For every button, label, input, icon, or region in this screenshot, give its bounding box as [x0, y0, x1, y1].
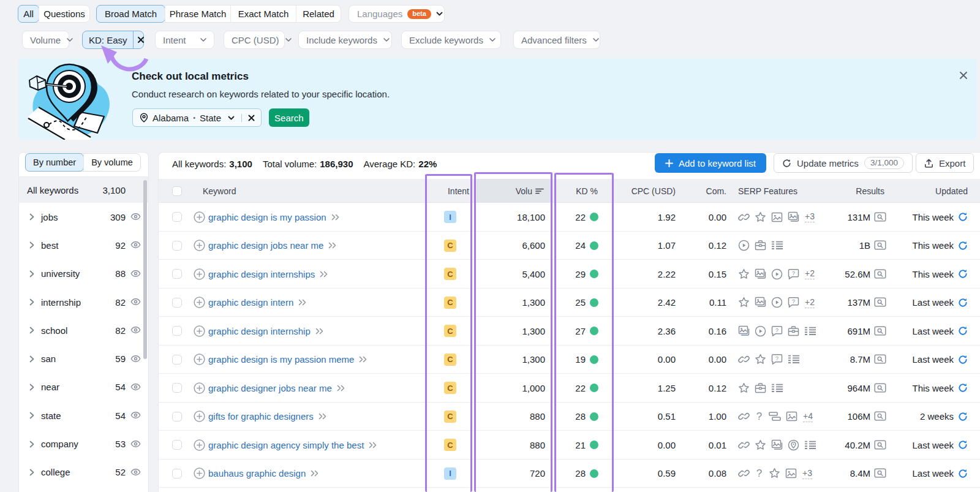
keyword-group-item[interactable]: san 59	[19, 344, 148, 373]
serp-features-more[interactable]: +2	[805, 268, 815, 279]
chevron-right-icon[interactable]	[29, 412, 34, 419]
keyword-link[interactable]: graphic designer jobs near me	[208, 383, 332, 393]
filter-include-keywords[interactable]: Include keywords	[298, 31, 392, 49]
tab-exact-match[interactable]: Exact Match	[230, 6, 296, 22]
keyword-group-item[interactable]: state 54	[19, 401, 148, 430]
open-keyword-chevrons-icon[interactable]	[359, 356, 368, 363]
view-serp-icon[interactable]	[874, 468, 886, 479]
view-serp-icon[interactable]	[874, 383, 886, 393]
keyword-link[interactable]: bauhaus graphic design	[208, 468, 306, 479]
keyword-group-item[interactable]: jobs 309	[19, 203, 148, 231]
filter-kd-remove-button[interactable]	[133, 31, 148, 48]
keyword-group-item[interactable]: university 88	[19, 260, 148, 288]
keyword-group-item[interactable]: near 54	[19, 373, 148, 401]
add-keyword-plus-icon[interactable]	[194, 411, 205, 422]
keyword-link[interactable]: graphic design is my passion	[208, 212, 326, 222]
add-keyword-plus-icon[interactable]	[194, 297, 205, 308]
keyword-group-item[interactable]: school 82	[19, 316, 148, 344]
filter-kd-easy[interactable]: KD: Easy	[82, 31, 144, 49]
view-serp-icon[interactable]	[874, 326, 886, 336]
refresh-metrics-icon[interactable]	[958, 412, 968, 422]
serp-features-more[interactable]: +4	[803, 411, 813, 422]
sort-by-volume-tab[interactable]: By volume	[83, 154, 140, 171]
view-serp-icon[interactable]	[874, 411, 886, 422]
column-volume[interactable]: Volu	[516, 179, 544, 203]
open-keyword-chevrons-icon[interactable]	[369, 442, 377, 448]
add-keyword-plus-icon[interactable]	[194, 211, 205, 223]
open-keyword-chevrons-icon[interactable]	[337, 385, 345, 392]
eye-icon[interactable]	[130, 297, 141, 306]
refresh-metrics-icon[interactable]	[958, 212, 968, 222]
open-keyword-chevrons-icon[interactable]	[320, 271, 328, 278]
sidebar-scrollbar[interactable]	[143, 180, 147, 359]
row-checkbox[interactable]	[172, 355, 182, 365]
chevron-right-icon[interactable]	[29, 213, 34, 221]
row-checkbox[interactable]	[172, 326, 182, 336]
serp-features-more[interactable]: +2	[805, 297, 815, 308]
chevron-right-icon[interactable]	[29, 298, 34, 306]
row-checkbox[interactable]	[172, 298, 182, 308]
chevron-right-icon[interactable]	[29, 355, 34, 363]
tab-related[interactable]: Related	[296, 6, 341, 22]
chevron-right-icon[interactable]	[29, 270, 34, 278]
column-updated[interactable]: Updated	[935, 179, 968, 203]
keyword-link[interactable]: graphic design internship	[208, 326, 311, 336]
open-keyword-chevrons-icon[interactable]	[331, 214, 340, 221]
serp-features-more[interactable]: +3	[802, 468, 812, 479]
export-button[interactable]: Export	[916, 153, 974, 173]
view-serp-icon[interactable]	[874, 354, 886, 365]
open-keyword-chevrons-icon[interactable]	[315, 328, 324, 335]
row-checkbox[interactable]	[172, 269, 182, 279]
search-button[interactable]: Search	[269, 108, 309, 127]
column-serp-features[interactable]: SERP Features	[738, 179, 797, 203]
refresh-metrics-icon[interactable]	[958, 241, 968, 251]
row-checkbox[interactable]	[172, 440, 182, 450]
filter-advanced[interactable]: Advanced filters	[513, 31, 600, 49]
add-keyword-plus-icon[interactable]	[194, 439, 205, 451]
keyword-link[interactable]: graphic design intern	[208, 297, 293, 308]
add-to-keyword-list-button[interactable]: Add to keyword list	[655, 153, 766, 173]
keyword-group-item[interactable]: college 52	[19, 458, 148, 486]
row-checkbox[interactable]	[172, 212, 182, 222]
column-kd[interactable]: KD %	[576, 179, 598, 203]
keyword-group-item[interactable]: internship 82	[19, 288, 148, 316]
chevron-right-icon[interactable]	[29, 469, 34, 476]
eye-icon[interactable]	[130, 240, 141, 249]
update-metrics-button[interactable]: Update metrics 3/1,000	[774, 153, 913, 173]
chevron-right-icon[interactable]	[29, 441, 34, 448]
open-keyword-chevrons-icon[interactable]	[318, 413, 327, 420]
refresh-metrics-icon[interactable]	[958, 440, 968, 450]
tab-broad-match[interactable]: Broad Match	[96, 5, 165, 23]
eye-icon[interactable]	[130, 354, 141, 363]
location-select-main[interactable]: Alabama • State	[133, 113, 241, 123]
open-keyword-chevrons-icon[interactable]	[298, 299, 307, 306]
eye-icon[interactable]	[130, 212, 141, 221]
tab-questions[interactable]: Questions	[39, 6, 89, 22]
location-clear-button[interactable]	[241, 114, 261, 122]
row-checkbox[interactable]	[172, 469, 182, 479]
sort-by-number-tab[interactable]: By number	[25, 153, 84, 172]
tab-phrase-match[interactable]: Phrase Match	[165, 6, 230, 22]
tab-all[interactable]: All	[18, 5, 39, 23]
sidebar-all-keywords-row[interactable]: All keywords 3,100	[19, 177, 148, 203]
keyword-link[interactable]: gifts for graphic designers	[208, 411, 314, 422]
keyword-link[interactable]: graphic design is my passion meme	[208, 354, 354, 365]
serp-features-more[interactable]: +3	[805, 211, 815, 222]
add-keyword-plus-icon[interactable]	[194, 268, 205, 280]
chevron-right-icon[interactable]	[29, 327, 34, 334]
eye-icon[interactable]	[130, 439, 141, 448]
chevron-right-icon[interactable]	[29, 384, 34, 391]
filter-volume[interactable]: Volume	[22, 31, 69, 49]
open-keyword-chevrons-icon[interactable]	[328, 242, 337, 249]
select-all-checkbox[interactable]	[172, 186, 182, 196]
refresh-metrics-icon[interactable]	[958, 326, 968, 336]
row-checkbox[interactable]	[172, 241, 182, 251]
view-serp-icon[interactable]	[874, 212, 886, 222]
column-intent[interactable]: Intent	[426, 179, 475, 203]
eye-icon[interactable]	[130, 325, 141, 335]
eye-icon[interactable]	[130, 467, 141, 477]
keyword-link[interactable]: graphic design jobs near me	[208, 240, 323, 251]
keyword-link[interactable]: graphic design agency simply the best	[208, 440, 364, 450]
refresh-metrics-icon[interactable]	[958, 469, 968, 479]
view-serp-icon[interactable]	[874, 240, 886, 251]
